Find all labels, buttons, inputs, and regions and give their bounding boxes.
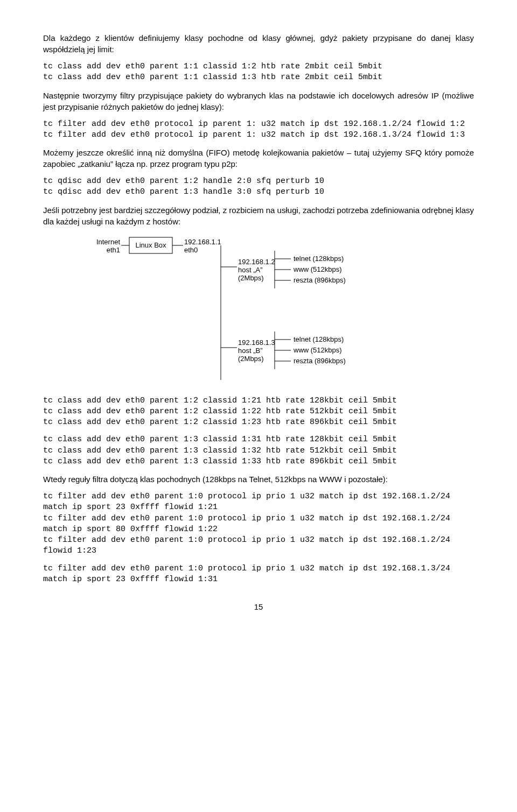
code-block: tc qdisc add dev eth0 parent 1:2 handle … xyxy=(43,176,474,198)
diagram-hostB-bw: (2Mbps) xyxy=(238,355,264,363)
diagram-linuxbox-label: Linux Box xyxy=(135,241,166,249)
diagram-hostB-www: www (512kbps) xyxy=(293,346,342,354)
network-diagram: text { font-family: Calibri, Arial, sans… xyxy=(97,235,474,388)
diagram-hostA-bw: (2Mbps) xyxy=(238,274,264,282)
paragraph: Wtedy reguły filtra dotyczą klas pochodn… xyxy=(43,474,474,485)
diagram-eth1-label: eth1 xyxy=(107,246,120,254)
diagram-hostB-ip: 192.168.1.3 xyxy=(238,338,275,347)
code-block: tc class add dev eth0 parent 1:2 classid… xyxy=(43,396,474,428)
diagram-hostA-rest: reszta (896kbps) xyxy=(294,276,346,284)
paragraph: Następnie tworzymy filtry przypisujące p… xyxy=(43,90,474,112)
code-block: tc filter add dev eth0 parent 1:0 protoc… xyxy=(43,563,474,585)
diagram-eth0-label: eth0 xyxy=(184,246,198,254)
diagram-internet-label: Internet xyxy=(97,238,120,246)
paragraph: Jeśli potrzebny jest bardziej szczegółow… xyxy=(43,204,474,227)
code-block: tc class add dev eth0 parent 1:1 classid… xyxy=(43,61,474,83)
code-block: tc class add dev eth0 parent 1:3 classid… xyxy=(43,434,474,467)
code-block: tc filter add dev eth0 protocol ip paren… xyxy=(43,119,474,141)
diagram-hostB-telnet: telnet (128kbps) xyxy=(294,335,344,343)
diagram-hostA-www: www (512kbps) xyxy=(293,265,342,273)
diagram-hostA-name: host „A” xyxy=(238,266,263,274)
diagram-hostA-telnet: telnet (128kbps) xyxy=(294,255,344,263)
paragraph: Dla każdego z klientów definiujemy klasy… xyxy=(43,32,474,55)
diagram-hostA-ip: 192.168.1.2 xyxy=(238,258,275,266)
paragraph: Możemy jeszcze określić inną niż domyśln… xyxy=(43,147,474,170)
diagram-hostB-rest: reszta (896kbps) xyxy=(294,357,346,365)
code-block: tc filter add dev eth0 parent 1:0 protoc… xyxy=(43,491,474,557)
page-number: 15 xyxy=(43,601,474,612)
diagram-hostB-name: host „B” xyxy=(238,347,263,355)
diagram-gateway-ip: 192.168.1.1 xyxy=(184,238,221,246)
